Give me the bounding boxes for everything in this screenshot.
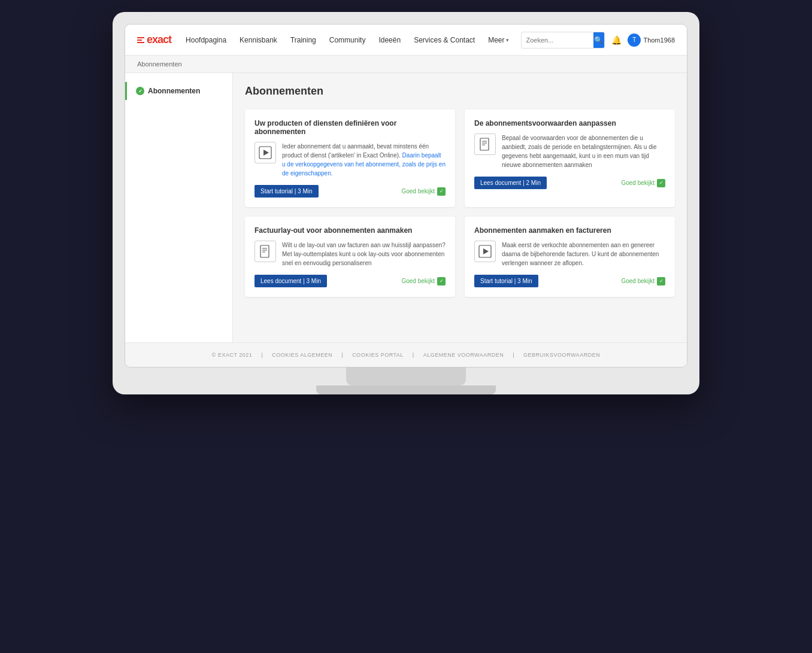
card-1-badge: Goed bekijkt ✓ (401, 187, 446, 196)
card-2: De abonnementsvoorwaarden aanpassen (465, 110, 675, 207)
svg-marker-11 (483, 248, 489, 254)
card-2-text: Bepaal de voorwaarden voor de abonnement… (502, 133, 665, 169)
card-1: Uw producten of diensten definiëren voor… (245, 110, 455, 207)
card-4-badge: Goed bekijkt ✓ (621, 277, 665, 286)
svg-marker-1 (263, 150, 269, 156)
footer-link-gebruiksvoorwaarden[interactable]: GEBRUIKSVOORWAARDEN (523, 352, 600, 358)
search-input[interactable] (522, 37, 593, 44)
card-4: Abonnementen aanmaken en factureren Maak… (465, 217, 675, 297)
card-4-icon (474, 241, 496, 262)
nav-meer[interactable]: Meer ▾ (483, 34, 513, 47)
nav-training[interactable]: Training (286, 34, 321, 47)
card-4-text: Maak eerst de verkochte abonnementen aan… (502, 241, 665, 268)
logo[interactable]: exact (137, 34, 171, 46)
card-3-body: Wilt u de lay-out van uw facturen aan uw… (254, 241, 446, 268)
content-area: Abonnementen Uw producten of diensten de… (233, 73, 687, 342)
username: Thom1968 (643, 37, 675, 44)
card-4-title: Abonnementen aanmaken en factureren (474, 226, 665, 235)
card-4-body: Maak eerst de verkochte abonnementen aan… (474, 241, 665, 268)
avatar: T (628, 34, 641, 47)
nav-ideeen[interactable]: Ideeën (374, 34, 405, 47)
check-icon-3: ✓ (437, 277, 446, 286)
page-footer: © EXACT 2021 | COOKIES ALGEMEEN | COOKIE… (125, 342, 687, 367)
chevron-down-icon: ▾ (506, 37, 509, 43)
card-2-icon (474, 133, 496, 155)
logo-text: exact (147, 34, 171, 46)
card-3-footer: Lees document | 3 Min Goed bekijkt ✓ (254, 275, 446, 287)
card-2-footer: Lees document | 2 Min Goed bekijkt ✓ (474, 177, 665, 189)
search-button[interactable]: 🔍 (593, 32, 605, 48)
card-3: Factuurlay-out voor abonnementen aanmake… (245, 217, 455, 297)
nav-community[interactable]: Community (325, 34, 371, 47)
cards-grid: Uw producten of diensten definiëren voor… (245, 110, 675, 297)
card-3-text: Wilt u de lay-out van uw facturen aan uw… (282, 241, 446, 268)
card-4-btn[interactable]: Start tutorial | 3 Min (474, 275, 538, 287)
green-dot-icon: ✓ (136, 87, 144, 95)
card-2-title: De abonnementsvoorwaarden aanpassen (474, 119, 665, 127)
nav-kennisbank[interactable]: Kennisbank (235, 34, 282, 47)
card-1-link[interactable]: Daarin bepaalt u de verkoopgegevens van … (282, 152, 446, 177)
card-1-btn[interactable]: Start tutorial | 3 Min (254, 185, 319, 198)
check-icon-2: ✓ (657, 179, 665, 187)
check-icon: ✓ (437, 187, 446, 196)
footer-link-cookies-portal[interactable]: COOKIES PORTAL (352, 352, 404, 358)
card-3-badge: Goed bekijkt ✓ (401, 277, 446, 286)
sidebar: ✓ Abonnementen (125, 73, 233, 342)
card-1-footer: Start tutorial | 3 Min Goed bekijkt ✓ (254, 185, 446, 198)
svg-rect-6 (260, 245, 269, 257)
card-3-icon (254, 241, 276, 262)
breadcrumb: Abonnementen (125, 56, 687, 73)
main-layout: ✓ Abonnementen Abonnementen Uw producten… (125, 73, 687, 342)
card-3-title: Factuurlay-out voor abonnementen aanmake… (254, 226, 446, 235)
card-1-text: Ieder abonnement dat u aanmaakt, bevat m… (282, 142, 446, 178)
search-container: 🔍 (521, 32, 605, 48)
card-4-footer: Start tutorial | 3 Min Goed bekijkt ✓ (474, 275, 665, 287)
navbar: exact Hoofdpagina Kennisbank Training Co… (125, 25, 687, 56)
card-2-btn[interactable]: Lees document | 2 Min (474, 177, 547, 189)
svg-rect-2 (480, 138, 489, 150)
nav-services[interactable]: Services & Contact (409, 34, 480, 47)
footer-link-algemene-voorwaarden[interactable]: ALGEMENE VOORWAARDEN (423, 352, 504, 358)
card-1-title: Uw producten of diensten definiëren voor… (254, 119, 446, 136)
card-1-icon (254, 142, 276, 163)
card-2-badge: Goed bekijkt ✓ (621, 179, 665, 187)
card-3-btn[interactable]: Lees document | 3 Min (254, 275, 327, 287)
page-title: Abonnementen (245, 85, 675, 98)
sidebar-item-abonnementen[interactable]: ✓ Abonnementen (125, 82, 232, 100)
user-badge[interactable]: T Thom1968 (628, 34, 675, 47)
check-icon-4: ✓ (657, 277, 665, 286)
notification-icon[interactable]: 🔔 (608, 32, 624, 48)
footer-link-cookies-algemeen[interactable]: COOKIES ALGEMEEN (272, 352, 332, 358)
card-2-body: Bepaal de voorwaarden voor de abonnement… (474, 133, 665, 169)
card-1-body: Ieder abonnement dat u aanmaakt, bevat m… (254, 142, 446, 178)
nav-hoofdpagina[interactable]: Hoofdpagina (181, 34, 231, 47)
footer-copyright: © EXACT 2021 (212, 352, 253, 358)
